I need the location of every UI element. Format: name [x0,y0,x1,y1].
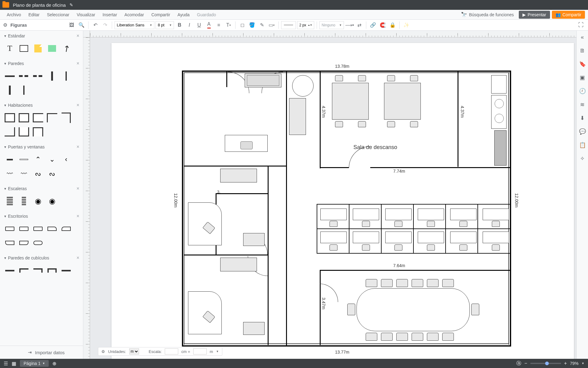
unit-select[interactable]: m [129,348,139,355]
line-style-display[interactable] [281,21,296,29]
shape-stairs2[interactable] [18,196,29,207]
sparkle-icon[interactable]: ✧ [579,155,586,163]
chair[interactable] [347,304,355,315]
shape-arc5[interactable]: 〰 [18,168,29,179]
clock-icon[interactable]: 🕘 [579,87,586,95]
bucket-icon[interactable]: 🪣 [248,21,256,29]
chair[interactable] [335,121,343,127]
shape-cubicle4[interactable] [47,265,58,276]
chairs-pair[interactable] [243,322,265,335]
fridge[interactable] [491,75,507,94]
bookmark-icon[interactable]: 🔖 [579,60,586,68]
shape-room-open[interactable] [32,112,43,123]
menu-editar[interactable]: Editar [25,10,43,20]
shape-cubicle3[interactable] [32,265,43,276]
counter[interactable] [494,130,507,166]
chair[interactable] [358,75,366,81]
shape-window[interactable] [18,154,29,165]
shape-stairs[interactable] [4,196,15,207]
sofa[interactable] [245,74,281,87]
menu-compartir[interactable]: Compartir [148,10,174,20]
shape-arc3[interactable]: ‹ [61,154,72,165]
menu-archivo[interactable]: Archivo [3,10,25,20]
shape-desk-L5[interactable] [32,237,43,248]
chair[interactable] [366,333,377,341]
shape-rectangle[interactable] [18,43,29,54]
canvas-page[interactable]: Sala de descanso 13.78m 13.77m 12.00m 12… [111,43,574,359]
menu-acomodar[interactable]: Acomodar [121,10,148,20]
chair[interactable] [471,304,479,315]
shape-cubicle[interactable] [4,265,15,276]
shape-stairs-spiral[interactable]: ◉ [32,196,43,207]
floor-plan[interactable]: Sala de descanso 13.78m 13.77m 12.00m 12… [182,58,513,347]
undo-icon[interactable]: ↶ [91,21,100,29]
underline-icon[interactable]: U [195,21,203,29]
chair[interactable] [427,244,435,251]
link-icon[interactable]: 🔗 [369,21,377,29]
text-options-icon[interactable]: T▾ [224,21,233,29]
chair[interactable] [412,333,423,341]
layers-icon[interactable]: ≋ [579,101,586,109]
cubicle-desk[interactable] [418,232,444,243]
category-habitaciones[interactable]: ▼Habitaciones× [0,100,83,110]
chair[interactable] [396,279,408,287]
shape-block[interactable] [47,43,58,54]
line-end-icon[interactable]: ⟶• [345,21,354,29]
shape-arc6[interactable]: ᔓ [32,168,43,179]
cubicle-desk[interactable] [320,232,347,243]
present-button[interactable]: ▶ Presentar [519,11,550,19]
zoom-out-icon[interactable]: − [524,361,527,366]
shape-room-2[interactable] [18,112,29,123]
menu-seleccionar[interactable]: Seleccionar [43,10,73,20]
category-estandar[interactable]: ▼Estándar× [0,31,83,41]
image-icon[interactable]: 🖼 [67,21,76,29]
shape-wall-h[interactable] [4,71,15,82]
ruler-horizontal[interactable] [90,31,576,37]
reception-desk[interactable] [225,135,268,152]
conference-table[interactable] [356,288,470,331]
import-data-button[interactable]: ⇥Importar datos [0,346,83,359]
L-desk[interactable] [188,202,222,245]
close-icon[interactable]: × [77,102,79,108]
cubicle-desk[interactable] [385,232,412,243]
chair[interactable] [442,333,454,341]
shape-desk[interactable] [4,223,15,234]
chair[interactable] [381,279,393,287]
shape-cubicle2[interactable] [18,265,29,276]
scale-cm-input[interactable] [165,348,178,355]
arrow-style-select[interactable]: Ninguno▼ [319,21,344,29]
cubicle-desk[interactable] [418,209,444,220]
comment-icon[interactable]: 💬 [579,128,586,136]
close-icon[interactable]: × [77,144,79,150]
chair[interactable] [410,121,418,127]
shape-wall-v4[interactable] [18,85,29,96]
shape-desk2[interactable] [18,223,29,234]
shape-desk3[interactable] [32,223,43,234]
chair[interactable] [427,221,435,227]
add-page-icon[interactable]: ⊕ [52,361,56,366]
chair[interactable] [396,333,408,341]
chair[interactable] [330,221,337,227]
shape-arc2[interactable]: ⌄ [47,154,58,165]
break-table-2[interactable] [384,83,421,120]
chair[interactable] [387,121,395,127]
sofa[interactable] [220,258,257,271]
close-icon[interactable]: × [77,186,79,191]
cubicle-desk[interactable] [320,209,347,220]
shape-room-U2[interactable] [32,126,43,137]
category-escaleras[interactable]: ▼Escaleras× [0,183,83,194]
shape-room-U[interactable] [18,126,29,137]
chair[interactable] [459,244,467,251]
chair[interactable] [427,333,439,341]
shape-text[interactable]: T [4,43,15,54]
chair[interactable] [335,75,343,81]
clipboard-icon[interactable]: 📋 [579,141,586,149]
category-cubiculos[interactable]: ▼Paredes de cubículos× [0,253,83,263]
category-paredes[interactable]: ▼Paredes× [0,58,83,69]
sink-counter[interactable] [491,95,507,129]
line-color-icon[interactable]: ✎ [258,21,266,29]
cubicle-desk[interactable] [483,232,509,243]
menu-insertar[interactable]: Insertar [99,10,121,20]
fullscreen-icon[interactable]: ⛶ [578,22,584,28]
chair[interactable] [362,244,370,251]
